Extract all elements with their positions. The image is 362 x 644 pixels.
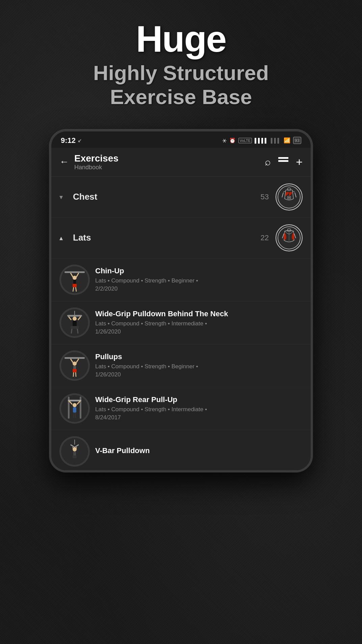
- bluetooth-icon: ⚹: [222, 138, 227, 144]
- svg-rect-0: [278, 157, 288, 159]
- status-icon-nav: ↙: [78, 138, 82, 143]
- hero-huge-text: Huge: [14, 20, 348, 57]
- pullup-name: Pullups: [95, 352, 303, 361]
- svg-rect-53: [73, 455, 77, 458]
- svg-line-46: [75, 413, 76, 418]
- pullup-thumbnail: [59, 350, 90, 381]
- pullup-info: Pullups Lats • Compound • Strength • Beg…: [95, 352, 303, 379]
- pulldown-info: Wide-Grip Pulldown Behind The Neck Lats …: [95, 309, 303, 336]
- svg-point-23: [73, 317, 77, 321]
- hero-section: Huge Highly Structured Exercise Base: [0, 0, 362, 123]
- exercises-list: ▾ Chest 53: [51, 177, 311, 470]
- pullup-tags: Lats • Compound • Strength • Beginner • …: [95, 363, 303, 379]
- status-time: 9:12 ↙: [61, 136, 82, 145]
- exercise-item-pullup[interactable]: Pullups Lats • Compound • Strength • Beg…: [51, 344, 311, 387]
- app-subtitle: Handbook: [74, 164, 119, 171]
- pulldown-name: Wide-Grip Pulldown Behind The Neck: [95, 309, 303, 318]
- hero-subtitle-line1: Highly Structured: [93, 61, 269, 84]
- svg-rect-20: [67, 315, 82, 317]
- pulldown-tags: Lats • Compound • Strength • Intermediat…: [95, 320, 303, 336]
- svg-point-43: [73, 403, 77, 407]
- exercise-item-chinup[interactable]: Chin-Up Lats • Compound • Strength • Beg…: [51, 258, 311, 301]
- alarm-icon: ⏰: [229, 138, 236, 144]
- exercise-item-vbar[interactable]: V-Bar Pulldown: [51, 430, 311, 470]
- chinup-info: Chin-Up Lats • Compound • Strength • Beg…: [95, 267, 303, 293]
- svg-line-26: [71, 329, 72, 333]
- vbar-name: V-Bar Pulldown: [95, 446, 303, 455]
- signal2-icon: ▌▌▌: [271, 138, 281, 143]
- svg-rect-5: [287, 198, 291, 199]
- svg-rect-29: [64, 357, 85, 359]
- svg-rect-24: [73, 321, 77, 327]
- lats-category-name: Lats: [73, 232, 261, 243]
- app-bar: ← Exercises Handbook ⌕ +: [51, 148, 311, 177]
- chinup-name: Chin-Up: [95, 267, 303, 275]
- app-bar-title: Exercises Handbook: [74, 153, 119, 171]
- rear-pullup-info: Wide-Grip Rear Pull-Up Lats • Compound •…: [95, 395, 303, 422]
- svg-rect-25: [71, 326, 79, 329]
- rear-pullup-tags: Lats • Compound • Strength • Intermediat…: [95, 405, 303, 422]
- chinup-tags: Lats • Compound • Strength • Beginner • …: [95, 277, 303, 293]
- phone-mockup: 9:12 ↙ ⚹ ⏰ VoLTE ▌▌▌▌ ▌▌▌ 📶 93 ← Exercis…: [49, 129, 313, 472]
- pulldown-thumbnail: [59, 307, 90, 338]
- vbar-info: V-Bar Pulldown: [95, 446, 303, 456]
- svg-line-36: [76, 372, 76, 377]
- search-button[interactable]: ⌕: [265, 156, 271, 168]
- svg-line-35: [73, 372, 74, 377]
- svg-rect-44: [73, 407, 76, 413]
- add-button[interactable]: +: [296, 155, 303, 169]
- rear-pullup-name: Wide-Grip Rear Pull-Up: [95, 395, 303, 404]
- hero-subtitle: Highly Structured Exercise Base: [14, 61, 348, 109]
- svg-point-13: [73, 276, 77, 280]
- vbar-thumbnail: [59, 436, 90, 467]
- exercise-item-rear-pullup[interactable]: Wide-Grip Rear Pull-Up Lats • Compound •…: [51, 387, 311, 430]
- chinup-thumbnail: [59, 265, 90, 295]
- signal1-icon: ▌▌▌▌: [255, 138, 268, 143]
- chest-count: 53: [261, 193, 269, 201]
- volte-icon: VoLTE: [238, 138, 252, 143]
- list-view-button[interactable]: [278, 157, 288, 167]
- svg-rect-1: [278, 160, 288, 162]
- app-bar-left: ← Exercises Handbook: [59, 153, 119, 171]
- lats-count: 22: [261, 233, 269, 242]
- category-chest[interactable]: ▾ Chest 53: [51, 177, 311, 218]
- app-bar-actions: ⌕ +: [265, 155, 303, 169]
- svg-rect-34: [73, 369, 77, 372]
- lats-muscle-icon: [276, 224, 303, 251]
- category-lats[interactable]: ▴ Lats 22: [51, 218, 311, 258]
- exercise-item-pulldown[interactable]: Wide-Grip Pulldown Behind The Neck Lats …: [51, 301, 311, 344]
- svg-rect-15: [73, 284, 77, 287]
- chest-category-name: Chest: [73, 192, 261, 202]
- back-button[interactable]: ←: [59, 156, 69, 167]
- lats-chevron-icon: ▴: [59, 234, 68, 242]
- battery-icon: 93: [293, 137, 301, 144]
- status-bar: 9:12 ↙ ⚹ ⏰ VoLTE ▌▌▌▌ ▌▌▌ 📶 93: [51, 131, 311, 148]
- app-title: Exercises: [74, 153, 119, 164]
- status-icons: ⚹ ⏰ VoLTE ▌▌▌▌ ▌▌▌ 📶 93: [222, 137, 301, 144]
- chest-muscle-icon: [276, 183, 303, 210]
- svg-line-45: [74, 413, 74, 418]
- svg-rect-4: [287, 196, 291, 197]
- chest-chevron-icon: ▾: [59, 193, 68, 201]
- svg-point-32: [73, 362, 77, 366]
- wifi-icon: 📶: [284, 137, 290, 144]
- hero-subtitle-line2: Exercise Base: [110, 85, 252, 108]
- svg-rect-10: [64, 271, 85, 273]
- rear-pullup-thumbnail: [59, 393, 90, 424]
- svg-line-27: [77, 329, 78, 333]
